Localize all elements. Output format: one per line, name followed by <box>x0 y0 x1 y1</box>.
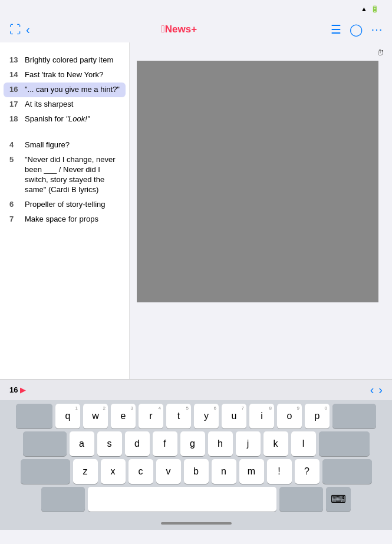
keyboard-row-4: ⌨ <box>2 487 390 512</box>
z-key[interactable]: z <box>73 459 98 484</box>
clue-num: 14 <box>9 70 21 80</box>
clue-num: 17 <box>9 100 21 110</box>
clue-num: 18 <box>9 114 21 124</box>
k-key[interactable]: k <box>263 431 288 456</box>
nav-left: ⛶ ‹ <box>9 23 30 37</box>
b-key[interactable]: b <box>184 459 209 484</box>
hint-next-button[interactable]: › <box>378 383 383 397</box>
space-key[interactable] <box>88 487 276 512</box>
clue-across-14[interactable]: 14 Fast 'trak to New York? <box>0 68 129 83</box>
battery-icon: 🔋 <box>371 5 379 13</box>
puzzle-timer: ⏱ <box>377 48 386 57</box>
hint-clue-num: 16 <box>9 385 18 394</box>
back-button[interactable]: ‹ <box>26 23 30 37</box>
num-key-right[interactable] <box>279 487 323 512</box>
m-key[interactable]: m <box>239 459 264 484</box>
quest-key[interactable]: ? <box>295 459 319 484</box>
shift-right-key[interactable] <box>322 459 372 484</box>
num-key-left[interactable] <box>41 487 85 512</box>
clue-text: Brightly colored party item <box>25 55 113 65</box>
more-icon[interactable]: ⋯ <box>371 22 383 37</box>
n-key[interactable]: n <box>212 459 236 484</box>
down-header <box>0 132 129 138</box>
e-key[interactable]: 3e <box>111 404 136 428</box>
clue-down-4[interactable]: 4 Small figure? <box>0 138 129 153</box>
g-key[interactable]: g <box>180 431 205 456</box>
clue-across-17[interactable]: 17 At its sharpest <box>0 97 129 112</box>
v-key[interactable]: v <box>156 459 181 484</box>
clue-across-16[interactable]: 16 "... can you give me a hint?" <box>4 83 126 97</box>
r-key[interactable]: 4r <box>139 404 163 428</box>
list-icon[interactable]: ☰ <box>331 22 341 37</box>
clues-sidebar: 13 Brightly colored party item 14 Fast '… <box>0 42 130 379</box>
l-key[interactable]: l <box>291 431 316 456</box>
crossword-grid[interactable] <box>137 61 378 302</box>
clue-text: Make space for props <box>25 215 98 225</box>
clue-down-6[interactable]: 6 Propeller of story-telling <box>0 197 129 212</box>
clue-across-13[interactable]: 13 Brightly colored party item <box>0 53 129 68</box>
j-key[interactable]: j <box>236 431 261 456</box>
i-key[interactable]: 8i <box>249 404 274 428</box>
q-key[interactable]: 1q <box>55 404 80 428</box>
keyboard-row-3: z x c v b n m ! ? <box>2 459 390 484</box>
clue-text: "... can you give me a hint?" <box>25 85 120 95</box>
sidebar-toggle-button[interactable]: ⛶ <box>9 23 21 37</box>
clue-across-18[interactable]: 18 Spanish for "Look!" <box>0 112 129 127</box>
clue-text: Propeller of story-telling <box>25 200 106 210</box>
o-key[interactable]: 9o <box>277 404 302 428</box>
status-icons: ▲ 🔋 <box>361 5 383 13</box>
clue-num: 4 <box>9 140 21 150</box>
share-icon[interactable]: ◯ <box>350 22 363 37</box>
nav-title: News+ <box>162 24 200 35</box>
u-key[interactable]: 7u <box>222 404 246 428</box>
caps-key[interactable] <box>23 431 67 456</box>
p-key[interactable]: 0p <box>305 404 330 428</box>
clue-text: Spanish for "Look!" <box>25 114 90 124</box>
clue-down-5[interactable]: 5 "Never did I change, never been ___ / … <box>0 153 129 197</box>
hint-nav: ‹ › <box>370 383 383 397</box>
keyboard-row-2: a s d f g h j k l <box>2 431 390 456</box>
excl-key[interactable]: ! <box>267 459 292 484</box>
clue-text: Small figure? <box>25 140 70 150</box>
keyboard-switch-key[interactable]: ⌨ <box>326 487 351 512</box>
bottom-bar <box>0 517 392 530</box>
shift-left-key[interactable] <box>21 459 70 484</box>
d-key[interactable]: d <box>125 431 150 456</box>
clue-text: At its sharpest <box>25 100 73 110</box>
grid-container <box>137 61 386 302</box>
across-header <box>0 47 129 53</box>
keyboard-row-1: 1q 2w 3e 4r 5t 6y 7u 8i 9o 0p <box>2 404 390 428</box>
crossword-area: ⏱ <box>130 42 392 379</box>
x-key[interactable]: x <box>101 459 126 484</box>
clue-text: Fast 'trak to New York? <box>25 70 103 80</box>
clue-num: 7 <box>9 215 21 225</box>
apple-news-plus-logo: News+ <box>162 24 197 35</box>
w-key[interactable]: 2w <box>83 404 108 428</box>
tab-key[interactable] <box>16 404 52 428</box>
hint-bar: 16 ▶ ‹ › <box>0 379 392 400</box>
c-key[interactable]: c <box>129 459 153 484</box>
puzzle-header: ⏱ <box>137 48 386 57</box>
status-time <box>9 5 12 14</box>
t-key[interactable]: 5t <box>166 404 191 428</box>
return-key[interactable] <box>319 431 370 456</box>
keyboard: 1q 2w 3e 4r 5t 6y 7u 8i 9o 0p <box>0 400 392 517</box>
home-indicator <box>161 522 232 525</box>
h-key[interactable]: h <box>208 431 233 456</box>
clue-down-7[interactable]: 7 Make space for props <box>0 212 129 227</box>
nav-bar: ⛶ ‹ News+ ☰ ◯ ⋯ <box>0 17 392 42</box>
clue-text: "Never did I change, never been ___ / Ne… <box>25 155 120 195</box>
hint-prev-button[interactable]: ‹ <box>370 383 374 397</box>
nav-right: ☰ ◯ ⋯ <box>331 22 383 37</box>
s-key[interactable]: s <box>97 431 122 456</box>
clock-icon: ⏱ <box>377 48 384 57</box>
a-key[interactable]: a <box>70 431 94 456</box>
y-key[interactable]: 6y <box>194 404 219 428</box>
delete-key[interactable] <box>332 404 376 428</box>
clue-num: 16 <box>9 85 21 95</box>
hint-arrow-icon: ▶ <box>20 385 26 394</box>
f-key[interactable]: f <box>153 431 177 456</box>
wifi-icon: ▲ <box>361 5 367 12</box>
main-content: 13 Brightly colored party item 14 Fast '… <box>0 42 392 379</box>
clue-num: 5 <box>9 155 21 195</box>
